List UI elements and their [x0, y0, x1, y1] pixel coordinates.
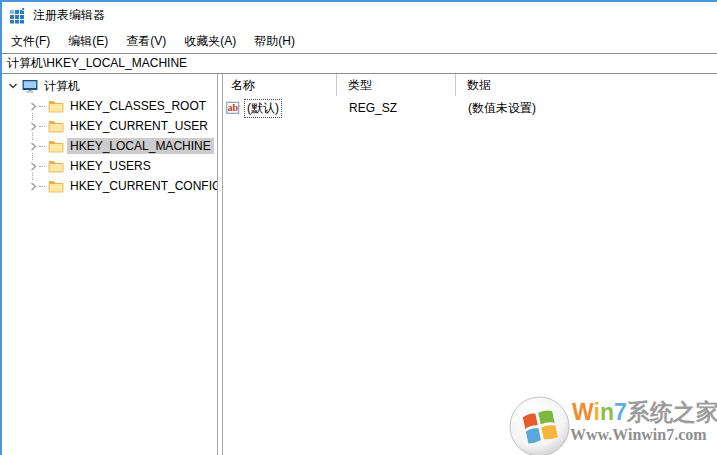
tree-item-label: HKEY_CLASSES_ROOT	[67, 98, 209, 114]
chevron-right-icon[interactable]	[27, 180, 39, 192]
chevron-down-icon[interactable]	[7, 80, 19, 92]
address-bar[interactable]: 计算机\HKEY_LOCAL_MACHINE	[2, 54, 717, 74]
folder-icon	[48, 98, 64, 114]
tree-item[interactable]: HKEY_USERS	[2, 156, 217, 176]
column-header[interactable]: 名称	[223, 74, 337, 96]
value-data: (数值未设置)	[457, 100, 717, 117]
tree-item[interactable]: HKEY_LOCAL_MACHINE	[2, 136, 217, 156]
brand-url: Www.Winwin7.com	[570, 426, 707, 444]
column-header[interactable]: 类型	[337, 74, 456, 96]
list-body: ab (默认) REG_SZ (数值未设置)	[223, 96, 717, 117]
folder-icon	[48, 118, 64, 134]
tree-item-label: 计算机	[41, 77, 83, 96]
regedit-window: 注册表编辑器 文件(F)编辑(E)查看(V)收藏夹(A)帮助(H) 计算机\HK…	[0, 0, 717, 455]
chevron-right-icon[interactable]	[27, 140, 39, 152]
string-value-icon: ab	[226, 101, 242, 115]
chevron-right-icon[interactable]	[27, 100, 39, 112]
tree-item-computer[interactable]: 计算机	[2, 76, 217, 96]
tree-connector	[39, 186, 45, 187]
folder-icon	[48, 178, 64, 194]
svg-text:ab: ab	[228, 102, 239, 113]
menu-item[interactable]: 查看(V)	[117, 30, 175, 53]
registry-editor-icon	[9, 7, 26, 24]
menu-item[interactable]: 收藏夹(A)	[175, 30, 245, 53]
computer-icon	[22, 78, 38, 94]
tree-children: HKEY_CLASSES_ROOT HKEY_CURRENT_USER HKEY…	[2, 96, 217, 196]
menu-item[interactable]: 帮助(H)	[245, 30, 304, 53]
tree-connector	[39, 126, 45, 127]
tree-item-label: HKEY_LOCAL_MACHINE	[67, 138, 214, 154]
registry-tree-panel: 计算机 HKEY_CLASSES_ROOT HKEY_CURRENT_USER	[2, 74, 217, 455]
brand-text: Win7系统之家	[572, 397, 717, 428]
value-type: REG_SZ	[338, 101, 457, 115]
folder-icon	[48, 138, 64, 154]
window-title: 注册表编辑器	[33, 7, 105, 24]
menu-item[interactable]: 编辑(E)	[59, 30, 117, 53]
tree-connector	[39, 146, 45, 147]
tree-item[interactable]: HKEY_CURRENT_USER	[2, 116, 217, 136]
tree-connector	[39, 106, 45, 107]
value-name[interactable]: (默认)	[244, 99, 282, 118]
brand-win7: Win7	[572, 399, 627, 425]
title-bar[interactable]: 注册表编辑器	[2, 2, 717, 29]
chevron-right-icon[interactable]	[27, 160, 39, 172]
chevron-right-icon[interactable]	[27, 120, 39, 132]
tree-item-label: HKEY_CURRENT_CONFIG	[67, 178, 217, 194]
menu-bar: 文件(F)编辑(E)查看(V)收藏夹(A)帮助(H)	[2, 29, 717, 54]
folder-icon	[48, 158, 64, 174]
brand-suffix: 系统之家	[627, 399, 717, 425]
column-header[interactable]: 数据	[456, 74, 717, 96]
list-header: 名称类型数据	[223, 74, 717, 96]
tree-item[interactable]: HKEY_CURRENT_CONFIG	[2, 176, 217, 196]
winwin7-watermark: Win7系统之家 Www.Winwin7.com	[509, 393, 717, 455]
windows-flag-logo-icon	[509, 396, 570, 455]
menu-item[interactable]: 文件(F)	[2, 30, 59, 53]
registry-value-row[interactable]: ab (默认) REG_SZ (数值未设置)	[223, 99, 717, 117]
tree-item-label: HKEY_CURRENT_USER	[67, 118, 211, 134]
tree-item-label: HKEY_USERS	[67, 158, 154, 174]
tree-item[interactable]: HKEY_CLASSES_ROOT	[2, 96, 217, 116]
tree-connector	[39, 166, 45, 167]
